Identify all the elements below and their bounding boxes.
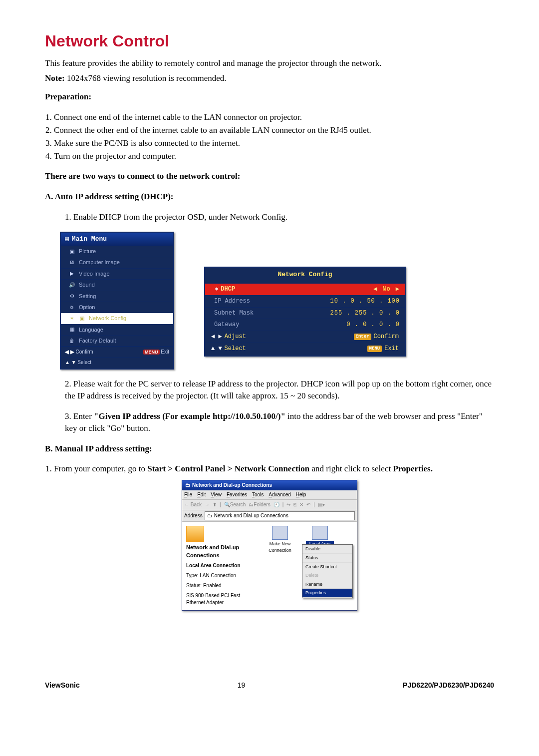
dhcp-label: DHCP xyxy=(221,285,285,294)
ctx-delete: Delete xyxy=(302,571,352,580)
nc-subnet-row[interactable]: Subnet Mask 255 . 255 . 0 . 0 xyxy=(205,307,405,319)
menu-help[interactable]: Help xyxy=(296,491,306,498)
nc-dhcp-row[interactable]: ✶ DHCP ◀No▶ xyxy=(205,283,405,295)
preparation-heading: Preparation: xyxy=(45,91,494,103)
menu-icon: ▤ xyxy=(65,235,69,244)
undo-icon[interactable]: ↶ xyxy=(306,501,310,508)
leftright-icon: ◀ ▶ xyxy=(65,349,74,355)
enter-pill: Enter xyxy=(354,334,371,340)
move-icon[interactable]: ↪ xyxy=(286,501,290,508)
leftright-icon: ◀ ▶ xyxy=(211,333,222,341)
select-label: Select xyxy=(225,345,246,353)
osd-item-label: Factory Default xyxy=(79,337,116,345)
ctx-properties[interactable]: Properties xyxy=(302,589,352,598)
subnet-value: 255 . 255 . 0 . 0 xyxy=(279,309,400,318)
monitor-icon: 🖥 xyxy=(69,260,75,266)
b1-bold1: Start > Control Panel > Network Connecti… xyxy=(147,464,309,473)
subnet-label: Subnet Mask xyxy=(214,309,279,318)
toolbar: ← Back → ⬆ | 🔍Search 🗂Folders 🕘 | ↪ ⎘ ✕ … xyxy=(182,500,357,510)
window-title-bar: 🗀 Network and Dial-up Connections xyxy=(182,480,357,490)
views-icon[interactable]: ▤▾ xyxy=(318,501,325,508)
section-b-heading: B. Manual IP address setting: xyxy=(45,443,494,455)
ctx-status[interactable]: Status xyxy=(302,554,352,563)
nc-title: Network Config xyxy=(205,268,405,283)
folders-button[interactable]: 🗂Folders xyxy=(249,501,270,508)
nc-ip-row[interactable]: IP Address 10 . 0 . 50 . 100 xyxy=(205,295,405,307)
note-line: Note: 1024x768 viewing resolution is rec… xyxy=(45,72,494,84)
footer-page-number: 19 xyxy=(238,681,246,691)
footer-brand: ViewSonic xyxy=(45,681,80,691)
search-button[interactable]: 🔍Search xyxy=(224,501,246,508)
b1-pre: From your computer, go to xyxy=(54,464,147,473)
osd-main-title-text: Main Menu xyxy=(72,235,107,244)
osd-item-factory-default[interactable]: 🗑Factory Default xyxy=(61,336,173,347)
osd-network-config: Network Config ✶ DHCP ◀No▶ IP Address 10… xyxy=(204,267,406,357)
menu-tools[interactable]: Tools xyxy=(252,491,264,498)
osd-item-option[interactable]: ⛭Option xyxy=(61,302,173,313)
step3-bold: "Given IP address (For example http://10… xyxy=(94,411,285,421)
note-label: Note: xyxy=(45,73,65,83)
up-button[interactable]: ⬆ xyxy=(213,501,217,508)
osd-item-sound[interactable]: 🔊Sound xyxy=(61,280,173,291)
section-b-list: From your computer, go to Start > Contro… xyxy=(54,463,494,475)
osd-item-label: Video Image xyxy=(79,270,110,278)
menu-advanced[interactable]: Advanced xyxy=(269,491,290,498)
menu-favorites[interactable]: Favorites xyxy=(227,491,247,498)
ctx-disable[interactable]: Disable xyxy=(302,545,352,554)
back-button[interactable]: ← Back xyxy=(184,501,202,508)
menu-pill: MENU xyxy=(367,346,382,352)
ctx-create-shortcut[interactable]: Create Shortcut xyxy=(302,563,352,572)
address-value: Network and Dial-up Connections xyxy=(214,512,288,519)
menu-edit[interactable]: Edit xyxy=(197,491,206,498)
exit-label: Exit xyxy=(384,345,399,353)
history-button[interactable]: 🕘 xyxy=(273,501,279,508)
menu-view[interactable]: View xyxy=(211,491,222,498)
osd-item-label: Language xyxy=(79,326,103,334)
address-field[interactable]: 🗀 Network and Dial-up Connections xyxy=(205,511,355,520)
osd-item-computer-image[interactable]: 🖥Computer Image xyxy=(61,257,173,268)
left-panel: Network and Dial-up Connections Local Ar… xyxy=(186,526,254,606)
address-label: Address xyxy=(184,512,203,519)
osd-item-video-image[interactable]: ▶Video Image xyxy=(61,269,173,280)
osd-main-title: ▤ Main Menu xyxy=(61,233,173,246)
menu-file[interactable]: File xyxy=(184,491,192,498)
section-a-heading: A. Auto IP address setting (DHCP): xyxy=(45,191,494,203)
osd-item-label: Computer Image xyxy=(79,259,120,266)
osd-item-setting[interactable]: ⚙Setting xyxy=(61,291,173,302)
osd-figures: ▤ Main Menu ▣Picture 🖥Computer Image ▶Vi… xyxy=(60,232,494,370)
osd-item-language[interactable]: ▦Language xyxy=(61,325,173,336)
address-bar: Address 🗀 Network and Dial-up Connection… xyxy=(182,510,357,522)
osd-main-footer-1: ◀ ▶ Confirm MENU Exit xyxy=(61,347,173,357)
osd-main-list: ▣Picture 🖥Computer Image ▶Video Image 🔊S… xyxy=(61,246,173,347)
osd-main-footer-2: ▲ ▼ Select xyxy=(61,357,173,369)
osd-item-label: Picture xyxy=(79,248,96,255)
arrow-right-icon: ▶ xyxy=(396,285,400,294)
prep-step: Connect the other end of the internet ca… xyxy=(54,124,494,136)
osd-item-picture[interactable]: ▣Picture xyxy=(61,246,173,257)
osd-item-label: Network Config xyxy=(89,315,126,322)
note-text: 1024x768 viewing resolution is recommend… xyxy=(65,73,227,83)
gateway-label: Gateway xyxy=(214,321,279,329)
nc-gateway-row[interactable]: Gateway 0 . 0 . 0 . 0 xyxy=(205,319,405,331)
prep-step: Connect one end of the internet cable to… xyxy=(54,111,494,123)
video-icon: ▶ xyxy=(69,271,75,277)
make-new-label: Make New Connection xyxy=(266,541,294,553)
setting-icon: ⚙ xyxy=(69,293,75,299)
ctx-rename[interactable]: Rename xyxy=(302,580,352,589)
section-a-step-1: 1. Enable DHCP from the projector OSD, u… xyxy=(65,211,494,223)
nc-footer-2: ▲ ▼ Select MENU Exit xyxy=(205,343,405,356)
preparation-list: Connect one end of the internet cable to… xyxy=(54,111,494,162)
folder-icon: 🗀 xyxy=(207,512,212,519)
copy-icon[interactable]: ⎘ xyxy=(293,501,296,508)
osd-item-network-config[interactable]: ✶▣Network Config xyxy=(61,313,173,324)
ip-value: 10 . 0 . 50 . 100 xyxy=(279,297,400,306)
option-icon: ⛭ xyxy=(69,305,75,311)
updown-icon: ▲ ▼ xyxy=(211,345,222,353)
intro-text: This feature provides the ability to rem… xyxy=(45,57,494,69)
delete-icon[interactable]: ✕ xyxy=(299,501,303,508)
arrow-left-icon: ◀ xyxy=(373,285,377,294)
dhcp-icon: ✶ xyxy=(214,285,219,294)
section-a-step-2: 2. Please wait for the PC server to rele… xyxy=(65,378,494,402)
make-new-connection[interactable]: Make New Connection xyxy=(266,526,294,606)
forward-button[interactable]: → xyxy=(205,501,210,508)
